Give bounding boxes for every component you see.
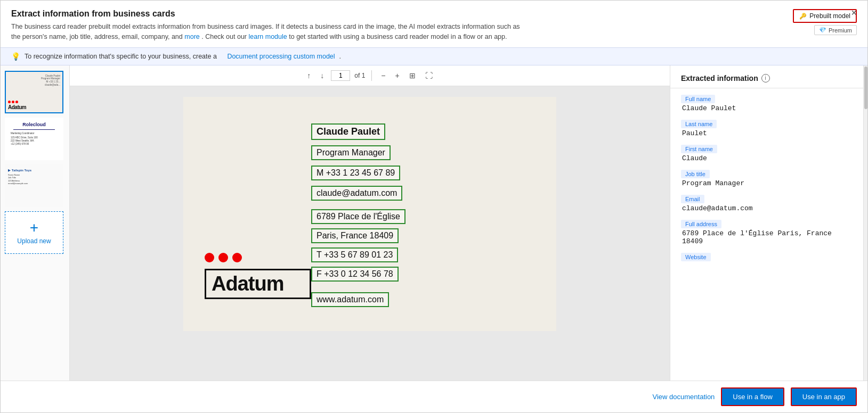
card-phone-mobile: M +33 1 23 45 67 89 xyxy=(311,166,400,180)
card-address-group: 6789 Place de l'Église Paris, France 184… xyxy=(311,209,535,282)
fit-button[interactable]: ⊞ xyxy=(407,70,418,81)
thumb-3-info: Some Name Job Title 123 Address email@ex… xyxy=(8,174,28,185)
field-label-first-name: First name xyxy=(681,145,717,153)
card-email: claude@adatum.com xyxy=(311,186,402,201)
modal-description: The business card reader prebuilt model … xyxy=(11,22,523,42)
card-job-title: Program Manager xyxy=(311,145,391,160)
card-person-name: Claude Paulet xyxy=(311,123,385,140)
extracted-panel: Extracted information i Full name Claude… xyxy=(670,65,863,381)
company-logo: Adatum xyxy=(205,269,311,299)
red-dot-3 xyxy=(232,253,242,262)
modal-body: Claude Paulet Program Manager M +33 1 23… xyxy=(1,65,867,381)
canvas-area: ↑ ↓ of 1 − + ⊞ ⛶ xyxy=(70,65,670,381)
dot-2 xyxy=(12,101,14,103)
thumbnail-sidebar: Claude Paulet Program Manager M +33 1 23… xyxy=(1,65,70,381)
upload-new-button[interactable]: + Upload new xyxy=(5,211,63,254)
field-label-last-name: Last name xyxy=(681,120,717,128)
page-total-label: of 1 xyxy=(354,72,365,79)
premium-badge: 💎 Premium xyxy=(814,25,857,35)
premium-text: Premium xyxy=(829,27,852,34)
modal-container: Extract information from business cards … xyxy=(0,0,868,413)
extracted-panel-title: Extracted information xyxy=(681,74,758,82)
banner-text-2: . xyxy=(339,53,341,60)
field-job-title: Job title Program Manager xyxy=(681,170,853,193)
desc-text-3: to get started with using a business car… xyxy=(289,33,507,40)
info-banner: 💡 To recognize information that's specif… xyxy=(1,47,867,65)
card-address-2: Paris, France 18409 xyxy=(311,228,399,243)
upload-new-label: Upload new xyxy=(17,237,51,245)
field-label-email: Email xyxy=(681,195,704,203)
thumb-1-company: Adatum xyxy=(8,104,26,110)
card-phone-t: T +33 5 67 89 01 23 xyxy=(311,247,398,262)
extracted-fields-list: Full name Claude Paulet Last name Paulet… xyxy=(670,88,863,381)
thumb-1-info: Claude Paulet Program Manager M +33 1 23… xyxy=(41,75,60,87)
close-button[interactable]: × xyxy=(851,8,857,18)
field-value-full-name: Claude Paulet xyxy=(681,104,853,112)
thumbnail-2[interactable]: Rolecloud Marketing Coordinator 123 ABC … xyxy=(5,118,63,160)
plus-icon: + xyxy=(30,220,38,235)
scrollbar-thumb[interactable] xyxy=(864,67,867,109)
field-value-full-address: 6789 Place de l'Église Paris, France 184… xyxy=(681,229,853,245)
prebuilt-model-label: Prebuilt model xyxy=(809,12,850,20)
canvas-view[interactable]: Adatum Claude Paulet Program Manager M +… xyxy=(70,86,670,381)
business-card-image: Adatum Claude Paulet Program Manager M +… xyxy=(183,97,556,331)
field-value-last-name: Paulet xyxy=(681,129,853,137)
field-full-name: Full name Claude Paulet xyxy=(681,95,853,118)
field-value-job-title: Program Manager xyxy=(681,179,853,187)
scrollbar-track[interactable] xyxy=(863,65,867,381)
field-value-first-name: Claude xyxy=(681,154,853,162)
card-left-section: Adatum xyxy=(205,113,311,315)
field-website: Website xyxy=(681,253,853,268)
thumbnail-1[interactable]: Claude Paulet Program Manager M +33 1 23… xyxy=(5,71,63,113)
custom-model-link[interactable]: Document processing custom model xyxy=(227,53,335,60)
field-full-address: Full address 6789 Place de l'Église Pari… xyxy=(681,220,853,251)
card-website: www.adatum.com xyxy=(311,292,389,307)
info-icon-circle: i xyxy=(761,74,770,82)
card-content: Adatum Claude Paulet Program Manager M +… xyxy=(183,97,556,331)
thumb-2-info: Marketing Coordinator 123 ABC Drive, Sui… xyxy=(11,132,58,146)
modal-title: Extract information from business cards xyxy=(11,9,782,19)
next-page-button[interactable]: ↓ xyxy=(318,70,327,81)
extracted-header: Extracted information i xyxy=(670,65,863,88)
thumbnail-3[interactable]: ▶ Tailspin Toys Some Name Job Title 123 … xyxy=(5,164,63,207)
lightbulb-icon: 💡 xyxy=(11,52,20,61)
toolbar-divider xyxy=(371,70,372,81)
field-last-name: Last name Paulet xyxy=(681,120,853,143)
canvas-toolbar: ↑ ↓ of 1 − + ⊞ ⛶ xyxy=(70,65,670,86)
field-label-full-name: Full name xyxy=(681,95,715,103)
zoom-in-button[interactable]: + xyxy=(393,70,402,81)
zoom-out-button[interactable]: − xyxy=(378,70,388,81)
model-icon: 🔑 xyxy=(799,13,807,20)
card-dots xyxy=(205,253,311,262)
fullscreen-button[interactable]: ⛶ xyxy=(423,70,435,81)
more-link[interactable]: more xyxy=(184,33,199,40)
card-right-section: Claude Paulet Program Manager M +33 1 23… xyxy=(311,113,535,315)
thumb-2-logo: Rolecloud xyxy=(22,122,46,127)
field-email: Email claude@adatum.com xyxy=(681,195,853,218)
dot-3 xyxy=(15,101,18,103)
prebuilt-model-button[interactable]: 🔑 Prebuilt model xyxy=(793,9,857,23)
view-documentation-link[interactable]: View documentation xyxy=(653,393,715,401)
modal-header-right: 🔑 Prebuilt model 💎 Premium xyxy=(793,9,857,35)
modal-footer: View documentation Use in a flow Use in … xyxy=(1,381,867,412)
field-first-name: First name Claude xyxy=(681,145,853,168)
banner-text-1: To recognize information that's specific… xyxy=(25,53,217,60)
thumb-1-dots xyxy=(8,101,18,103)
use-in-flow-button[interactable]: Use in a flow xyxy=(721,387,784,406)
learn-module-link[interactable]: learn module xyxy=(248,33,287,40)
use-in-app-button[interactable]: Use in an app xyxy=(791,387,857,406)
prev-page-button[interactable]: ↑ xyxy=(304,70,313,81)
red-dot-1 xyxy=(205,253,214,262)
card-fax: F +33 0 12 34 56 78 xyxy=(311,267,399,282)
modal-header-left: Extract information from business cards … xyxy=(11,9,782,42)
page-number-input[interactable] xyxy=(331,70,350,81)
field-value-email: claude@adatum.com xyxy=(681,204,853,212)
extracted-panel-wrapper: Extracted information i Full name Claude… xyxy=(670,65,867,381)
modal-header: Extract information from business cards … xyxy=(1,1,867,47)
field-label-job-title: Job title xyxy=(681,170,710,178)
red-dot-2 xyxy=(218,253,228,262)
desc-text-2: . Check out our xyxy=(201,33,247,40)
thumb-3-logo: ▶ Tailspin Toys xyxy=(8,168,31,172)
card-address-1: 6789 Place de l'Église xyxy=(311,209,405,224)
diamond-icon: 💎 xyxy=(819,27,826,34)
